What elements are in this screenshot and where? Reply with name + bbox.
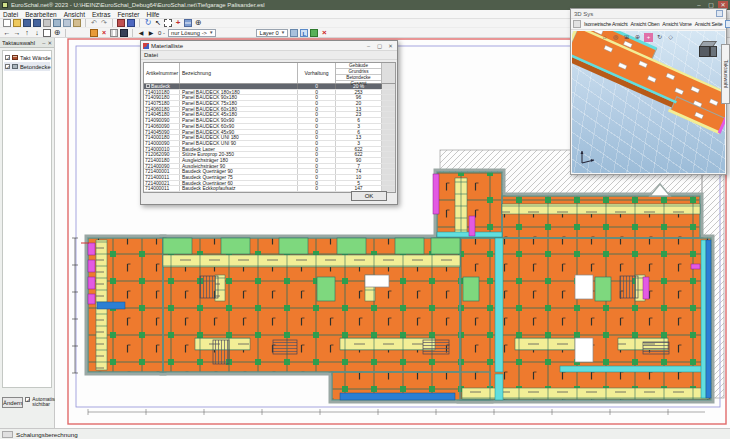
orbit-icon[interactable]: ↻	[655, 33, 664, 42]
tree-checkbox[interactable]: ✓	[5, 64, 10, 69]
application-window: EuroSchal.net® 2023 - U:\HEINZ\EuroSchal…	[0, 0, 730, 439]
undo-icon[interactable]: ↶	[90, 19, 98, 27]
dialog-close-button[interactable]: ✕	[386, 43, 395, 49]
view-button-ansicht-vorne[interactable]: Ansicht Vorne	[662, 21, 691, 27]
plus-icon[interactable]: +	[174, 19, 182, 27]
menu-bearbeiten[interactable]: Bearbeiten	[25, 11, 56, 18]
slab-blue-icon[interactable]	[127, 19, 135, 27]
save-all-icon[interactable]	[33, 19, 41, 27]
solution-dropdown[interactable]: nur Lösung ->▼	[168, 29, 216, 37]
wall-icon	[12, 55, 18, 60]
navigation-cube[interactable]	[699, 41, 717, 57]
slab-icon	[12, 64, 18, 69]
paste-icon[interactable]	[73, 19, 81, 27]
dialog-icon	[143, 43, 149, 49]
taktauswahl-side-tab[interactable]: Taktauswahl	[721, 44, 730, 104]
side-tab-label: Taktauswahl	[723, 46, 729, 102]
status-bar: Schalungsberechnung	[0, 428, 730, 439]
view-button-ansicht-oben[interactable]: Ansicht Oben	[631, 21, 660, 27]
green-eye-icon[interactable]	[310, 29, 318, 37]
takt-sidebar: Taktauswahl – ✕ ✓Takt Wände✓Betondecke Ä…	[0, 38, 55, 428]
takt-tree: ✓Takt Wände✓Betondecke	[2, 50, 52, 388]
formwork-icon[interactable]	[90, 29, 98, 37]
dialog-minimize-button[interactable]: –	[364, 43, 373, 49]
aendern-button[interactable]: Ändern	[2, 397, 23, 408]
zoom-window-icon[interactable]	[43, 29, 51, 37]
tree-item-takt-wände[interactable]: ✓Takt Wände	[4, 53, 50, 62]
viewer3d-window: 3D Sys Isometrische AnsichtAnsicht ObenA…	[570, 8, 727, 175]
red-x-icon[interactable]: ×	[320, 29, 328, 37]
solution-index-label: 0 -	[158, 30, 165, 36]
viewer3d-window-button[interactable]	[716, 10, 723, 17]
pan-icon[interactable]: +	[644, 33, 653, 42]
home-icon[interactable]: ⌂	[600, 33, 609, 42]
view-button-ansicht-seite[interactable]: Ansicht Seite	[695, 21, 723, 27]
dialog-title: Materialliste	[151, 43, 362, 49]
arrow-left-icon[interactable]: ←	[3, 29, 11, 37]
fit-icon[interactable]: ◇	[666, 33, 675, 42]
menu-hilfe[interactable]: Hilfe	[146, 11, 159, 18]
zoom-box-icon[interactable]: ⊞	[622, 33, 631, 42]
viewport-settings-icon[interactable]	[725, 20, 730, 28]
tree-item-betondecke[interactable]: ✓Betondecke	[4, 62, 50, 71]
grid-blue-icon[interactable]	[184, 19, 192, 27]
arrow-down-icon[interactable]: ↓	[33, 29, 41, 37]
open-folder-icon[interactable]	[13, 19, 21, 27]
slab-dark-icon[interactable]	[120, 29, 128, 37]
auto-visible-checkbox[interactable]: ✓	[25, 397, 30, 402]
close-icon[interactable]: ✕	[47, 40, 52, 46]
zoom-icon[interactable]: ⊕	[194, 19, 202, 27]
materialliste-dialog: Materialliste – ▢ ✕ Datei Artikelnummer …	[140, 40, 398, 205]
table-scroll-area[interactable]	[382, 63, 395, 83]
dialog-title-bar[interactable]: Materialliste – ▢ ✕	[141, 41, 397, 51]
tree-item-label: Takt Wände	[20, 55, 51, 61]
dialog-menu-datei[interactable]: Datei	[144, 52, 158, 58]
auto-visible-label: Automatisch sichtbar	[32, 397, 56, 408]
zoom-icon[interactable]: ⊕	[633, 33, 642, 42]
delete-x-icon[interactable]: ×	[100, 29, 108, 37]
menu-datei[interactable]: Datei	[3, 11, 18, 18]
refresh-icon[interactable]: ↻	[144, 19, 152, 27]
arrow-right-icon[interactable]: →	[13, 29, 21, 37]
dialog-maximize-button[interactable]: ▢	[375, 43, 384, 49]
eye-icon[interactable]: ◎	[611, 33, 620, 42]
copy-icon[interactable]	[63, 19, 71, 27]
view-button-isometrische-ansicht[interactable]: Isometrische Ansicht	[584, 21, 628, 27]
save-icon[interactable]	[23, 19, 31, 27]
prev-icon[interactable]: ◀	[137, 29, 145, 37]
layer-blue-icon[interactable]	[290, 29, 298, 37]
layer-dropdown[interactable]: Layer 0▼	[256, 29, 288, 37]
viewer3d-toolbar: ⌂◎⊞⊕+↻◇	[600, 33, 675, 42]
wall-red-icon[interactable]	[117, 19, 125, 27]
view-mode-icon[interactable]	[573, 20, 581, 28]
col-artikelnummer: Artikelnummer	[144, 63, 180, 83]
cursor-icon[interactable]: ↖	[154, 19, 162, 27]
status-text: Schalungsberechnung	[16, 431, 78, 438]
menu-extras[interactable]: Extras	[92, 11, 110, 18]
menu-fenster[interactable]: Fenster	[117, 11, 139, 18]
sidebar-title: Taktauswahl	[2, 40, 40, 46]
grid-icon[interactable]	[110, 29, 118, 37]
print-icon[interactable]	[43, 19, 51, 27]
l-button-icon[interactable]: L	[300, 29, 308, 37]
zoom-icon[interactable]: ⊕	[53, 29, 61, 37]
next-icon[interactable]: ▶	[147, 29, 155, 37]
arrow-up-icon[interactable]: ↑	[23, 29, 31, 37]
menu-ansicht[interactable]: Ansicht	[64, 11, 85, 18]
redo-icon[interactable]: ↷	[100, 19, 108, 27]
viewer3d-view-buttons: Isometrische AnsichtAnsicht ObenAnsicht …	[571, 19, 726, 30]
tree-item-label: Betondecke	[20, 64, 51, 70]
tree-checkbox[interactable]: ✓	[5, 55, 10, 60]
ok-button[interactable]: OK	[351, 191, 387, 201]
table-header: Artikelnummer Bezeichnung Vorhaltung Geb…	[144, 63, 395, 84]
col-gesamt-stack: GebäudeGrundrissBetondeckeGesamt	[336, 63, 382, 83]
viewer3d-title: 3D Sys	[574, 11, 716, 17]
status-indicator	[2, 431, 13, 438]
rect-select-icon[interactable]	[164, 19, 172, 27]
pin-icon[interactable]: –	[42, 40, 45, 46]
viewer3d-title-bar[interactable]: 3D Sys	[571, 9, 726, 19]
new-file-icon[interactable]	[3, 19, 11, 27]
app-icon	[2, 2, 8, 8]
viewer3d-viewport[interactable]: ⌂◎⊞⊕+↻◇	[572, 31, 725, 173]
print-preview-icon[interactable]	[53, 19, 61, 27]
